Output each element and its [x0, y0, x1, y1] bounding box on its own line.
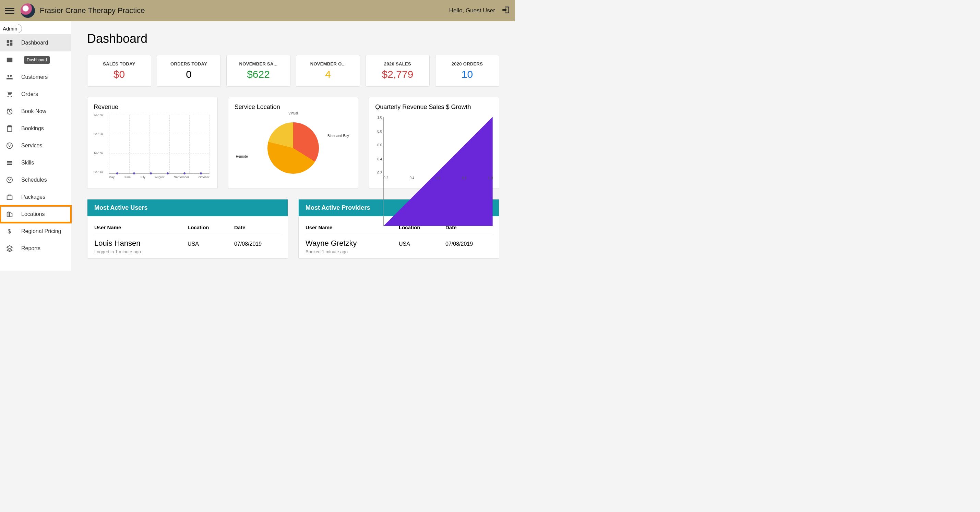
- pie-label: Virtual: [288, 111, 298, 115]
- table-row: Wayne Gretzky Booked 1 minute ago USA 07…: [305, 234, 492, 254]
- sidebar-item-locations[interactable]: Locations: [0, 206, 71, 223]
- stat-value: 0: [160, 68, 218, 80]
- table-header: User Name Location Date: [94, 225, 281, 234]
- stat-card: ORDERS TODAY0: [157, 55, 221, 87]
- chart-title: Quarterly Revenue Sales $ Growth: [375, 103, 493, 111]
- brand-title: Frasier Crane Therapy Practice: [40, 6, 145, 15]
- pie-chart-body: VirtualBloor and BayRemote: [235, 113, 352, 182]
- chart-revenue: Revenue 2e-13k5e-13k1e-13k5e-14k MayJune…: [87, 97, 218, 189]
- chart-service-location: Service Location VirtualBloor and BayRem…: [228, 97, 359, 189]
- sidebar-item-packages[interactable]: Packages: [0, 189, 71, 206]
- user-date: 07/08/2019: [234, 239, 281, 247]
- dollar-icon: $: [5, 227, 14, 235]
- cart-icon: [5, 90, 14, 98]
- svg-marker-10: [383, 117, 493, 226]
- hamburger-menu-button[interactable]: [5, 6, 14, 16]
- listing-title: Most Active Users: [88, 200, 288, 216]
- main-content: Dashboard SALES TODAY$0ORDERS TODAY0NOVE…: [71, 21, 515, 271]
- dashboard-icon: [5, 39, 14, 47]
- svg-point-6: [8, 179, 9, 180]
- sidebar-item-providers[interactable]: Dashboard s: [0, 51, 71, 68]
- sidebar-item-label: Book Now: [21, 108, 46, 114]
- sidebar-item-customers[interactable]: Customers: [0, 68, 71, 86]
- brand-avatar: [21, 3, 35, 18]
- svg-text:$: $: [8, 228, 11, 235]
- sidebar-item-label: Skills: [21, 160, 34, 166]
- table-row: Louis Hansen Logged in 1 minute ago USA …: [94, 234, 281, 254]
- sidebar-item-label: Services: [21, 143, 42, 149]
- stat-label: ORDERS TODAY: [160, 61, 218, 67]
- user-name: Louis Hansen: [94, 239, 188, 248]
- sidebar-item-dashboard[interactable]: Dashboard: [0, 34, 71, 51]
- svg-point-3: [10, 144, 11, 146]
- clock-icon: [5, 107, 14, 116]
- provider-sub: Booked 1 minute ago: [305, 249, 399, 254]
- stat-value: $0: [90, 68, 148, 80]
- chart-title: Revenue: [94, 103, 211, 111]
- stat-card: 2020 SALES$2,779: [366, 55, 430, 87]
- svg-point-5: [7, 177, 13, 183]
- stat-card: NOVEMBER O...4: [296, 55, 360, 87]
- people-icon: [5, 73, 14, 81]
- col-location: Location: [188, 225, 234, 230]
- stat-row: SALES TODAY$0ORDERS TODAY0NOVEMBER SA...…: [87, 55, 499, 87]
- sidebar-tooltip: Dashboard: [24, 56, 50, 64]
- user-sub: Logged in 1 minute ago: [94, 249, 188, 254]
- stat-label: NOVEMBER O...: [299, 61, 357, 67]
- svg-point-2: [8, 144, 9, 146]
- area-chart-body: 1.00.80.60.40.2 0.20.40.60.81.0: [375, 113, 493, 182]
- chart-title: Service Location: [235, 103, 352, 111]
- svg-point-4: [9, 146, 10, 147]
- sidebar-item-bookings[interactable]: Bookings: [0, 120, 71, 137]
- provider-name: Wayne Gretzky: [305, 239, 399, 248]
- chart-growth: Quarterly Revenue Sales $ Growth 1.00.80…: [369, 97, 499, 189]
- most-active-users: Most Active Users User Name Location Dat…: [87, 199, 288, 259]
- sidebar-item-label: Schedules: [21, 177, 47, 183]
- pie-label: Bloor and Bay: [328, 134, 349, 138]
- svg-point-1: [7, 143, 13, 149]
- stat-card: 2020 ORDERS10: [435, 55, 499, 87]
- stat-label: NOVEMBER SA...: [229, 61, 287, 67]
- sidebar-item-label: Dashboard: [21, 40, 48, 46]
- sidebar-item-reports[interactable]: Reports: [0, 240, 71, 257]
- topbar: Frasier Crane Therapy Practice Hello, Gu…: [0, 0, 515, 21]
- sidebar: Dashboard Dashboard s Customers Orders B…: [0, 21, 71, 271]
- revenue-chart-body: 2e-13k5e-13k1e-13k5e-14k MayJuneJulyAugu…: [94, 113, 211, 182]
- layers-icon: [5, 244, 14, 252]
- sidebar-item-skills[interactable]: Skills: [0, 154, 71, 171]
- sidebar-item-label: Orders: [21, 91, 38, 97]
- sidebar-item-orders[interactable]: Orders: [0, 86, 71, 103]
- stat-label: SALES TODAY: [90, 61, 148, 67]
- pie-label: Remote: [236, 155, 248, 159]
- svg-point-7: [10, 179, 11, 180]
- sidebar-item-services[interactable]: Services: [0, 137, 71, 154]
- sidebar-item-regional-pricing[interactable]: $ Regional Pricing: [0, 223, 71, 240]
- sidebar-item-book-now[interactable]: Book Now: [0, 103, 71, 120]
- logout-icon[interactable]: [501, 5, 510, 16]
- stat-value: $622: [229, 68, 287, 80]
- sidebar-item-schedules[interactable]: Schedules: [0, 171, 71, 189]
- col-date: Date: [234, 225, 281, 230]
- col-username: User Name: [94, 225, 188, 230]
- provider-location: USA: [399, 239, 445, 247]
- id-card-icon: [5, 56, 14, 64]
- sidebar-item-label: Regional Pricing: [21, 228, 61, 235]
- sidebar-item-label: Bookings: [21, 125, 44, 132]
- provider-date: 07/08/2019: [445, 239, 492, 247]
- stat-card: NOVEMBER SA...$622: [226, 55, 290, 87]
- sidebar-item-label: Packages: [21, 194, 45, 200]
- list-icon: [5, 159, 14, 167]
- pie-chart: [267, 122, 319, 174]
- schedule-icon: [5, 176, 14, 184]
- page-title: Dashboard: [87, 32, 499, 46]
- stat-label: 2020 SALES: [369, 61, 426, 67]
- sidebar-item-label: Reports: [21, 246, 40, 252]
- stat-card: SALES TODAY$0: [87, 55, 151, 87]
- stat-value: $2,779: [369, 68, 426, 80]
- svg-point-8: [9, 180, 10, 181]
- sidebar-item-label: Locations: [21, 211, 45, 217]
- stat-label: 2020 ORDERS: [438, 61, 496, 67]
- package-icon: [5, 193, 14, 201]
- services-icon: [5, 141, 14, 150]
- user-location: USA: [188, 239, 234, 247]
